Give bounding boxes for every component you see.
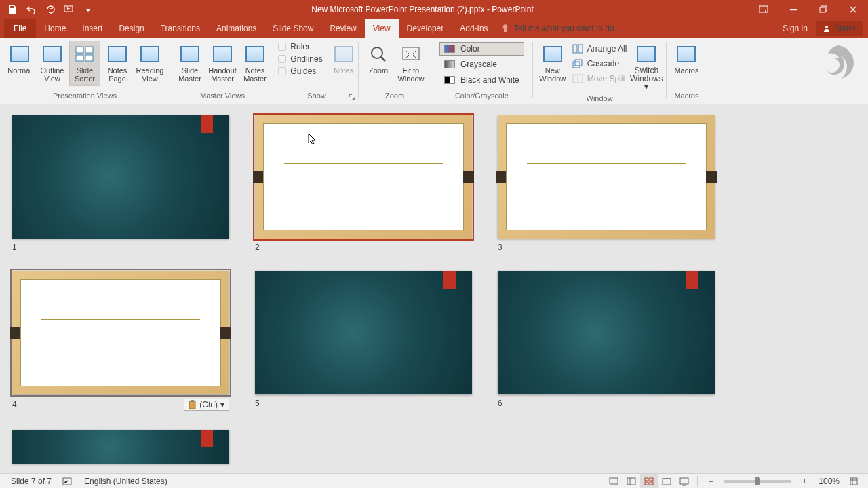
close-icon[interactable]	[838, 0, 868, 19]
minimize-icon[interactable]	[778, 0, 808, 19]
ribbon-tabs: File Home Insert Design Transitions Anim…	[0, 19, 868, 38]
svg-rect-16	[189, 401, 195, 409]
group-zoom: Zoom Fit to Window Zoom	[359, 38, 431, 103]
group-master-views: Slide Master Handout Master Notes Master…	[170, 38, 275, 103]
gridlines-checkbox[interactable]: Gridlines	[278, 54, 322, 64]
tab-addins[interactable]: Add-Ins	[452, 19, 496, 38]
tab-developer[interactable]: Developer	[399, 19, 452, 38]
notes-page-button[interactable]: Notes Page	[102, 41, 133, 86]
svg-rect-12	[578, 45, 583, 53]
svg-rect-2	[790, 9, 797, 10]
svg-rect-27	[850, 478, 857, 485]
zoom-in-button[interactable]: +	[795, 474, 813, 488]
slide-count-status[interactable]: Slide 7 of 7	[5, 476, 57, 486]
svg-rect-25	[663, 479, 671, 485]
zoom-level[interactable]: 100%	[813, 476, 845, 486]
zoom-out-button[interactable]: −	[702, 474, 719, 488]
group-presentation-views: Normal Outline View Slide Sorter Notes P…	[0, 38, 170, 103]
tab-review[interactable]: Review	[321, 19, 364, 38]
svg-rect-24	[650, 482, 653, 485]
chevron-down-icon: ▾	[644, 82, 648, 92]
slide-thumbnail[interactable]: 1	[12, 115, 229, 252]
svg-rect-21	[645, 478, 648, 481]
qat-customize-icon[interactable]	[80, 1, 96, 18]
clipboard-icon	[189, 400, 197, 409]
dragon-logo-icon	[815, 42, 863, 89]
handout-master-button[interactable]: Handout Master	[207, 41, 238, 86]
svg-rect-22	[650, 478, 653, 481]
arrange-all-button[interactable]: Arrange All	[570, 42, 630, 56]
svg-point-9	[372, 47, 382, 58]
tab-file[interactable]: File	[4, 19, 36, 38]
slide-sorter-workspace[interactable]: 1 2 3 4 (Ctrl) ▾ 5	[0, 104, 868, 473]
fit-to-window-status-button[interactable]	[845, 474, 863, 488]
svg-rect-6	[85, 47, 93, 53]
start-from-beginning-icon[interactable]	[61, 1, 77, 18]
tab-transitions[interactable]: Transitions	[153, 19, 208, 38]
zoom-slider[interactable]	[724, 480, 791, 483]
tab-slideshow[interactable]: Slide Show	[264, 19, 321, 38]
save-icon[interactable]	[4, 1, 20, 18]
color-button[interactable]: Color	[439, 42, 524, 56]
slide-thumbnail[interactable]: 2	[255, 115, 472, 252]
slideshow-status-button[interactable]	[675, 474, 693, 488]
svg-rect-5	[76, 47, 83, 53]
cascade-button[interactable]: Cascade	[570, 57, 630, 70]
slide-sorter-button[interactable]: Slide Sorter	[69, 41, 100, 86]
svg-rect-26	[680, 478, 688, 484]
ribbon: Normal Outline View Slide Sorter Notes P…	[0, 38, 868, 104]
slide-thumbnail[interactable]: 3	[498, 115, 715, 252]
group-show: Ruler Gridlines Guides Notes Show	[275, 38, 358, 103]
slide-sorter-status-button[interactable]	[640, 474, 658, 488]
normal-view-status-button[interactable]	[623, 474, 640, 488]
slide-thumbnail[interactable]: 5	[255, 271, 472, 411]
tell-me-placeholder: Tell me what you want to do...	[514, 24, 621, 33]
slide-thumbnail[interactable]: 4 (Ctrl) ▾	[12, 271, 229, 411]
language-status[interactable]: English (United States)	[79, 476, 173, 486]
svg-rect-11	[573, 45, 577, 53]
macros-button[interactable]: Macros	[671, 41, 702, 78]
reading-view-button[interactable]: Reading View	[134, 41, 165, 86]
notes-status-button[interactable]	[605, 474, 623, 488]
svg-rect-13	[573, 62, 580, 68]
share-button[interactable]: Share	[816, 21, 863, 36]
redo-icon[interactable]	[42, 1, 58, 18]
outline-view-button[interactable]: Outline View	[37, 41, 68, 86]
status-bar: Slide 7 of 7 English (United States) − +…	[0, 473, 868, 488]
paste-options-button[interactable]: (Ctrl) ▾	[184, 399, 229, 411]
window-controls	[749, 0, 868, 19]
new-window-button[interactable]: New Window	[537, 41, 568, 86]
tab-insert[interactable]: Insert	[74, 19, 111, 38]
black-and-white-button[interactable]: Black and White	[439, 73, 524, 87]
slide-thumbnail[interactable]: 6	[498, 271, 715, 411]
fit-to-window-button[interactable]: Fit to Window	[395, 41, 427, 86]
share-icon	[823, 24, 831, 33]
normal-view-button[interactable]: Normal	[4, 41, 35, 78]
ribbon-display-options-icon[interactable]	[749, 0, 778, 19]
slide-master-button[interactable]: Slide Master	[174, 41, 205, 86]
reading-view-status-button[interactable]	[658, 474, 675, 488]
ruler-checkbox[interactable]: Ruler	[278, 42, 322, 52]
svg-rect-3	[820, 7, 825, 12]
undo-icon[interactable]	[23, 1, 39, 18]
svg-rect-20	[627, 478, 635, 485]
tab-animations[interactable]: Animations	[208, 19, 264, 38]
tab-home[interactable]: Home	[36, 19, 74, 38]
sign-in-button[interactable]: Sign in	[774, 24, 816, 33]
svg-rect-17	[191, 400, 194, 402]
zoom-button[interactable]: Zoom	[363, 41, 394, 78]
slide-thumbnail[interactable]	[12, 430, 229, 464]
quick-access-toolbar	[0, 1, 96, 18]
tab-design[interactable]: Design	[111, 19, 152, 38]
notes-master-button[interactable]: Notes Master	[239, 41, 271, 86]
restore-icon[interactable]	[808, 0, 838, 19]
spell-check-icon[interactable]	[57, 476, 79, 486]
tab-view[interactable]: View	[365, 19, 399, 38]
grayscale-button[interactable]: Grayscale	[439, 58, 524, 71]
svg-rect-1	[760, 6, 768, 12]
guides-checkbox[interactable]: Guides	[278, 66, 322, 76]
switch-windows-button[interactable]: Switch Windows ▾	[631, 41, 662, 94]
tell-me-search[interactable]: Tell me what you want to do...	[500, 24, 621, 33]
show-dialog-launcher-icon[interactable]	[348, 93, 356, 101]
group-macros: Macros Macros	[667, 38, 706, 103]
